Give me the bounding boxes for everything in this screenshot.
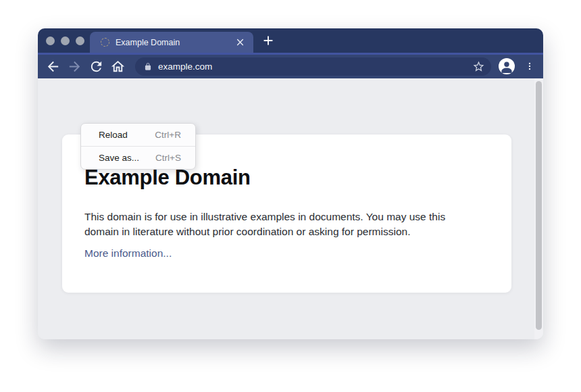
address-bar[interactable]: example.com xyxy=(135,57,491,76)
profile-avatar[interactable] xyxy=(499,58,515,74)
back-button[interactable] xyxy=(45,59,61,74)
overflow-menu-icon[interactable] xyxy=(525,58,534,74)
menu-item-reload[interactable]: Reload Ctrl+R xyxy=(81,124,195,146)
navigation-toolbar: example.com xyxy=(38,55,543,78)
traffic-light-zoom[interactable] xyxy=(76,36,84,45)
page-viewport: Example Domain This domain is for use in… xyxy=(38,78,543,339)
more-information-link[interactable]: More information... xyxy=(84,247,172,260)
context-menu: Reload Ctrl+R Save as... Ctrl+S xyxy=(80,123,196,170)
traffic-light-close[interactable] xyxy=(46,36,55,45)
tab-bar: Example Domain xyxy=(38,28,543,53)
page-paragraph: This domain is for use in illustrative e… xyxy=(84,210,482,239)
menu-item-save-as[interactable]: Save as... Ctrl+S xyxy=(81,147,195,169)
forward-button[interactable] xyxy=(67,59,82,74)
page-favicon-icon xyxy=(101,38,109,47)
menu-item-shortcut: Ctrl+S xyxy=(155,153,181,163)
lock-icon[interactable] xyxy=(143,62,153,72)
home-button[interactable] xyxy=(110,59,126,74)
new-tab-button[interactable] xyxy=(261,33,276,48)
traffic-lights xyxy=(46,36,84,45)
menu-item-label: Save as... xyxy=(99,153,139,163)
scrollbar-thumb[interactable] xyxy=(536,81,542,330)
tab-close-icon[interactable] xyxy=(234,36,246,48)
browser-window: Example Domain example.com xyxy=(38,28,543,339)
menu-item-label: Reload xyxy=(99,130,128,140)
tab-title: Example Domain xyxy=(116,38,180,47)
tab-example-domain[interactable]: Example Domain xyxy=(90,32,253,53)
reload-button[interactable] xyxy=(89,59,104,74)
menu-item-shortcut: Ctrl+R xyxy=(155,130,181,140)
bookmark-star-icon[interactable] xyxy=(472,60,485,73)
url-text: example.com xyxy=(158,62,212,72)
traffic-light-minimize[interactable] xyxy=(61,36,70,45)
